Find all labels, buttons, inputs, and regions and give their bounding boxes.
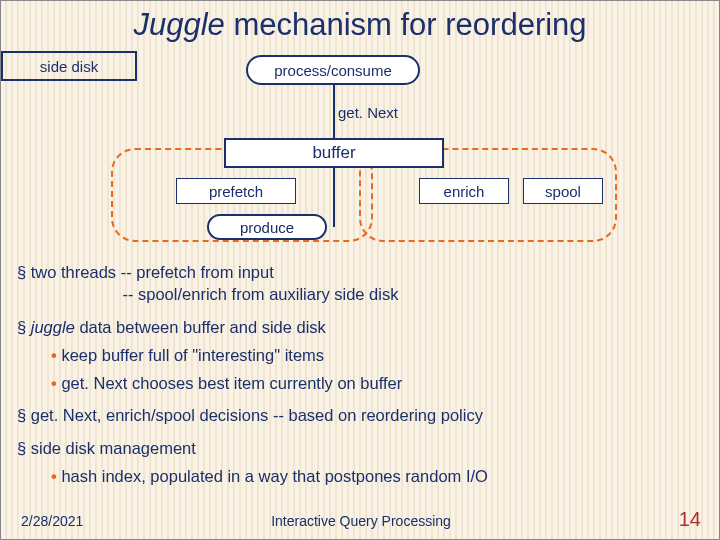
juggle-diagram: process/consume get. Next buffer prefetc…	[1, 51, 720, 261]
prefetch-box: prefetch	[176, 178, 296, 204]
buffer-box: buffer	[224, 138, 444, 168]
bullet-list: two threads -- prefetch from input -- sp…	[17, 261, 703, 497]
bullet-2-rest: data between buffer and side disk	[75, 318, 326, 336]
bullet-2-sub2: get. Next chooses best item currently on…	[51, 372, 703, 394]
bullet-4-text: side disk management	[31, 439, 196, 457]
bullet-1-line1: two threads -- prefetch from input	[31, 263, 274, 281]
slide-title: Juggle mechanism for reordering	[1, 7, 719, 43]
bullet-2-sub1: keep buffer full of "interesting" items	[51, 344, 703, 366]
produce-box: produce	[207, 214, 327, 240]
slide: Juggle mechanism for reordering process/…	[0, 0, 720, 540]
side-disk-box: side disk	[1, 51, 137, 81]
bullet-1: two threads -- prefetch from input -- sp…	[17, 261, 703, 306]
bullet-2: juggle data between buffer and side disk…	[17, 316, 703, 395]
bullet-1-line2: -- spool/enrich from auxiliary side disk	[17, 285, 398, 303]
spool-box: spool	[523, 178, 603, 204]
bullet-4: side disk management hash index, populat…	[17, 437, 703, 488]
footer-page-number: 14	[679, 508, 701, 531]
title-rest: mechanism for reordering	[225, 7, 587, 42]
bullet-4-sub1: hash index, populated in a way that post…	[51, 465, 703, 487]
footer-title: Interactive Query Processing	[1, 513, 720, 529]
bullet-2-italic: juggle	[31, 318, 75, 336]
bullet-3: get. Next, enrich/spool decisions -- bas…	[17, 404, 703, 426]
get-next-label: get. Next	[313, 101, 423, 123]
title-italic: Juggle	[133, 7, 224, 42]
enrich-box: enrich	[419, 178, 509, 204]
process-consume-box: process/consume	[246, 55, 420, 85]
